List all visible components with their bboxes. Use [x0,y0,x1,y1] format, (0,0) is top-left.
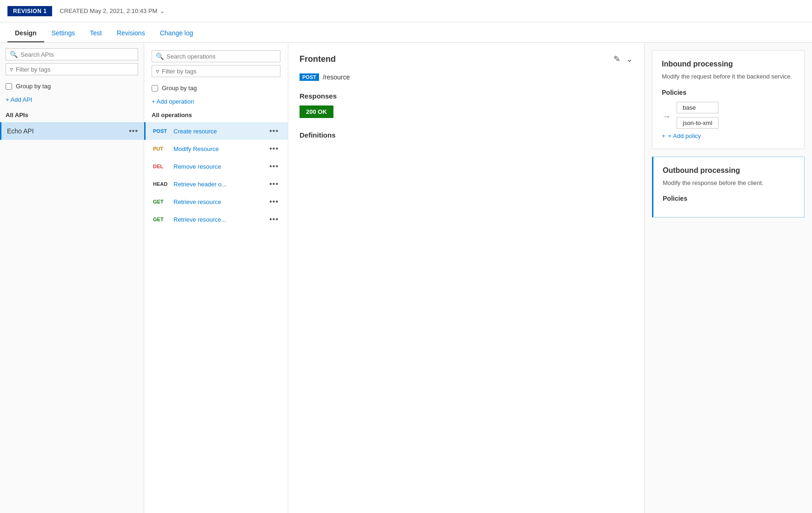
method-badge: PUT [153,146,169,151]
operation-name: Remove resource [173,163,263,170]
post-url-row: POST /resource [300,73,633,81]
add-operation-button[interactable]: + Add operation [144,93,288,110]
apis-search-box[interactable]: 🔍 [6,48,138,60]
policy-box-base[interactable]: base [677,102,719,113]
outbound-description: Modify the response before the client. [663,178,795,188]
method-badge: HEAD [153,181,169,187]
add-api-label: + Add API [6,96,32,103]
frontend-header: Frontend ✎ ⌄ [300,54,633,64]
tab-design[interactable]: Design [7,25,44,42]
search-icon: 🔍 [156,53,164,60]
operation-more-icon[interactable]: ••• [267,162,280,171]
echo-api-item[interactable]: Echo API ••• [0,122,144,140]
frontend-title: Frontend [300,54,336,64]
all-operations-label: All operations [144,110,288,122]
operation-name: Retrieve resource... [173,216,263,223]
outbound-panel: Outbound processing Modify the response … [652,157,805,218]
add-policy-label: + Add policy [668,132,701,139]
all-apis-label: All APIs [0,108,144,122]
apis-group-by: Group by tag [0,79,144,92]
tab-revisions[interactable]: Revisions [109,25,153,42]
arrow-right-icon: → [662,111,671,122]
operations-search-input[interactable] [166,53,276,60]
top-bar: REVISION 1 CREATED May 2, 2021, 2:10:43 … [0,0,812,22]
operation-item-retrieve1[interactable]: GET Retrieve resource ••• [144,193,288,210]
method-badge: POST [153,128,169,134]
operation-item-create[interactable]: POST Create resource ••• [144,122,288,140]
search-icon: 🔍 [10,51,18,58]
add-api-button[interactable]: + Add API [0,92,144,108]
operation-item-remove[interactable]: DEL Remove resource ••• [144,158,288,175]
operation-name: Modify Resource [173,145,263,152]
edit-icon[interactable]: ✎ [613,54,620,64]
inbound-description: Modify the request before it the backend… [662,72,795,81]
tab-settings[interactable]: Settings [44,25,83,42]
operation-more-icon[interactable]: ••• [267,145,280,153]
api-more-icon[interactable]: ••• [129,127,138,135]
add-policy-button[interactable]: + + Add policy [662,132,795,139]
outbound-title: Outbound processing [663,166,795,175]
operations-search-area: 🔍 ▿ [144,50,288,81]
url-text: /resource [323,73,350,81]
add-operation-label: + Add operation [152,98,194,105]
tabs-bar: Design Settings Test Revisions Change lo… [0,22,812,43]
operation-item-header[interactable]: HEAD Retrieve header o... ••• [144,175,288,193]
inbound-title: Inbound processing [662,60,795,68]
method-badge: DEL [153,164,169,169]
apis-panel: 🔍 ▿ Group by tag + Add API All APIs Echo… [0,43,144,513]
group-by-checkbox[interactable] [6,83,12,90]
apis-filter-box[interactable]: ▿ [6,63,138,75]
filter-icon: ▿ [10,66,13,73]
operation-name: Create resource [173,128,263,135]
group-by-label: Group by tag [162,85,197,92]
definitions-section: Definitions [300,131,633,139]
responses-title: Responses [300,92,633,100]
policy-box-json-to-xml[interactable]: json-to-xml [677,117,719,129]
revision-meta: CREATED May 2, 2021, 2:10:43 PM ⌄ [60,7,165,14]
operation-name: Retrieve header o... [173,181,263,188]
operations-group-by: Group by tag [144,81,288,93]
revision-badge[interactable]: REVISION 1 [7,6,52,16]
plus-icon: + [662,132,666,139]
group-by-tag-checkbox[interactable] [152,85,158,92]
api-name: Echo API [7,127,34,135]
outbound-policies-label: Policies [663,195,795,202]
operation-more-icon[interactable]: ••• [267,127,280,135]
operation-more-icon[interactable]: ••• [267,197,280,206]
method-badge: GET [153,199,169,204]
operations-filter-box[interactable]: ▿ [152,65,280,77]
response-200-badge[interactable]: 200 OK [300,105,333,118]
group-by-label: Group by tag [16,83,51,90]
center-panel: Frontend ✎ ⌄ POST /resource Responses 20… [288,43,645,513]
policy-boxes: basejson-to-xml [677,102,719,129]
operations-filter-input[interactable] [162,68,276,75]
tab-test[interactable]: Test [82,25,109,42]
definitions-title: Definitions [300,131,633,139]
filter-icon: ▿ [156,67,159,75]
method-badge: GET [153,217,169,222]
operations-panel: 🔍 ▿ Group by tag + Add operation All ope… [144,43,288,513]
filter-input[interactable] [16,66,134,73]
chevron-down-icon[interactable]: ⌄ [160,8,165,14]
operation-name: Retrieve resource [173,198,263,205]
operations-search-box[interactable]: 🔍 [152,50,280,62]
operation-item-retrieve2[interactable]: GET Retrieve resource... ••• [144,210,288,228]
operations-list: POST Create resource ••• PUT Modify Reso… [144,122,288,506]
search-input[interactable] [20,51,134,58]
operation-more-icon[interactable]: ••• [267,215,280,224]
frontend-actions: ✎ ⌄ [613,54,633,64]
main-content: 🔍 ▿ Group by tag + Add API All APIs Echo… [0,43,812,513]
policies-label: Policies [662,89,795,96]
policy-flow: → basejson-to-xml [662,102,795,129]
operation-item-modify[interactable]: PUT Modify Resource ••• [144,140,288,158]
chevron-down-icon[interactable]: ⌄ [626,54,633,64]
inbound-panel: Inbound processing Modify the request be… [652,50,805,149]
apis-search-area: 🔍 ▿ [0,48,144,79]
right-panel: Inbound processing Modify the request be… [645,43,812,513]
tab-changelog[interactable]: Change log [153,25,201,42]
operation-more-icon[interactable]: ••• [267,180,280,188]
post-method-badge: POST [300,73,319,81]
